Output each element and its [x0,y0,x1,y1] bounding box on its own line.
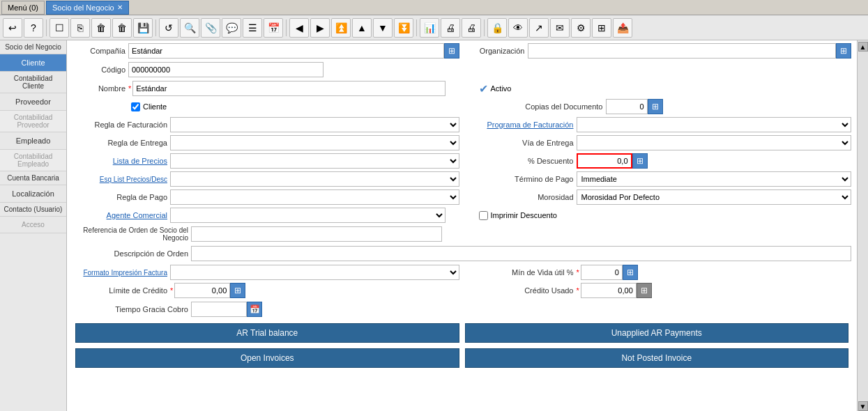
cliente-copias-row: Cliente Copias del Documento ⊞ [73,99,851,114]
up-btn[interactable]: ▲ [352,18,372,38]
regla-fact-select[interactable] [170,117,459,132]
open-invoices-btn[interactable]: Open Invoices [75,348,459,368]
descripcion-input[interactable] [191,246,851,261]
down-btn[interactable]: ▼ [373,18,393,38]
minvida-spin-btn[interactable]: ⊞ [623,265,638,280]
save-btn[interactable]: 💾 [133,18,153,38]
tab-menu[interactable]: Menú (0) [1,1,45,15]
delete-btn[interactable]: 🗑 [91,18,111,38]
copias-spin-btn[interactable]: ⊞ [648,99,663,114]
company-input[interactable] [128,43,444,59]
programa-fact-select[interactable] [577,117,852,132]
scroll-down-btn[interactable]: ▼ [858,401,868,411]
calendar-btn[interactable]: 📅 [264,18,283,38]
first-btn[interactable]: ⏫ [331,18,351,38]
next-btn[interactable]: ▶ [310,18,330,38]
sidebar-item-contabilidad-empleado[interactable]: Contabilidad Empleado [0,150,66,171]
descuento-label: % Descuento [465,157,577,165]
esq-label[interactable]: Esq List Precios/Desc [73,176,170,183]
scroll-up-btn[interactable]: ▲ [858,42,868,52]
sidebar-item-proveedor[interactable]: Proveedor [0,93,66,111]
tab-close-icon[interactable]: ✕ [117,3,123,11]
sidebar-item-acceso[interactable]: Acceso [0,217,66,233]
tiempo-gracia-input[interactable] [191,302,247,317]
report-btn[interactable]: 📊 [420,18,439,38]
credito-input[interactable] [581,283,637,298]
not-posted-btn[interactable]: Not Posted Invoice [465,348,849,368]
sidebar-item-localizacion[interactable]: Localización [0,185,66,203]
copias-input[interactable] [606,99,648,114]
help-btn[interactable]: ? [24,18,43,38]
copias-field: Copias del Documento ⊞ [494,99,852,114]
limite-input-wrap: ⊞ [174,283,245,298]
code-input[interactable] [128,62,323,77]
attach-btn[interactable]: 📎 [201,18,220,38]
delete2-btn[interactable]: 🗑 [112,18,132,38]
regla-pago-select[interactable] [170,189,459,205]
back-btn[interactable]: ↩ [3,18,22,38]
share-btn[interactable]: ↗ [529,18,549,38]
copy-btn[interactable]: ⎘ [70,18,90,38]
formato-select[interactable] [170,265,459,280]
print2-btn[interactable]: 🖨 [462,18,481,38]
minvida-input[interactable] [581,265,623,280]
send-btn[interactable]: ✉ [550,18,570,38]
company-spin-btn[interactable]: ⊞ [444,43,459,59]
formato-label[interactable]: Formato Impresión Factura [73,269,170,277]
via-ent-select[interactable] [577,135,852,150]
sidebar-item-cliente[interactable]: Cliente [0,54,66,72]
sidebar-item-empleado[interactable]: Empleado [0,132,66,150]
find-btn[interactable]: 🔍 [180,18,199,38]
export-btn[interactable]: 📤 [613,18,632,38]
limite-spin-btn[interactable]: ⊞ [230,283,245,298]
org-input[interactable] [528,43,837,59]
credito-spin-btn[interactable]: ⊞ [637,283,652,298]
lista-precios-label[interactable]: Lista de Precios [73,157,170,165]
termino-select[interactable]: Immediate [577,171,852,187]
history-btn[interactable]: ☰ [243,18,262,38]
lock-btn[interactable]: 🔒 [487,18,507,38]
referencia-input[interactable] [191,226,442,242]
unapplied-btn[interactable]: Unapplied AR Payments [465,323,849,343]
regla-ent-select[interactable] [170,135,459,150]
agente-label[interactable]: Agente Comercial [73,211,170,219]
tiempo-gracia-spin-btn[interactable]: 📅 [247,302,262,317]
lista-precios-select[interactable] [170,153,459,169]
regla-facturacion-row: Regla de Facturación Programa de Factura… [73,117,851,132]
settings-btn[interactable]: ⚙ [571,18,591,38]
new-btn[interactable]: ☐ [50,18,69,38]
descuento-input[interactable] [577,153,632,169]
agente-select[interactable] [170,208,446,223]
org-spin-btn[interactable]: ⊞ [836,43,851,59]
company-label: Compañía [73,47,128,55]
tab-socio[interactable]: Socio del Negocio ✕ [46,1,129,15]
sidebar-item-cuenta-bancaria[interactable]: Cuenta Bancaria [0,171,66,185]
descuento-spin-btn[interactable]: ⊞ [632,153,648,169]
refresh-btn[interactable]: ↺ [159,18,178,38]
cliente-checkbox[interactable] [131,102,140,111]
imprimir-checkbox[interactable] [479,211,488,220]
last-btn[interactable]: ⏬ [394,18,413,38]
scrollbar-right[interactable]: ▲ ▼ [857,40,868,411]
morosidad-select[interactable]: Morosidad Por Defecto [577,189,852,205]
nombre-input[interactable] [132,81,445,96]
minvida-required-star: * [577,268,579,277]
grid-btn[interactable]: ⊞ [592,18,611,38]
sidebar-item-contabilidad-cliente[interactable]: Contabilidad Cliente [0,72,66,93]
chat-btn[interactable]: 💬 [222,18,241,38]
view-btn[interactable]: 👁 [508,18,528,38]
regla-fact-label: Regla de Facturación [73,121,170,129]
esq-select[interactable] [170,171,459,187]
programa-fact-label[interactable]: Programa de Facturación [465,121,577,129]
limite-label: Límite de Crédito [73,286,170,295]
sidebar-item-socio[interactable]: Socio del Negocio [0,40,66,54]
limite-input[interactable] [174,283,230,298]
org-label: Organización [465,47,528,55]
prev-btn[interactable]: ◀ [289,18,309,38]
print-btn[interactable]: 🖨 [441,18,460,38]
code-label: Código [73,65,128,74]
sidebar-item-contacto[interactable]: Contacto (Usuario) [0,203,66,217]
regla-fact-select-wrap [170,117,459,132]
sidebar-item-contabilidad-proveedor[interactable]: Contabilidad Proveedor [0,111,66,132]
ar-trial-btn[interactable]: AR Trial balance [75,323,459,343]
